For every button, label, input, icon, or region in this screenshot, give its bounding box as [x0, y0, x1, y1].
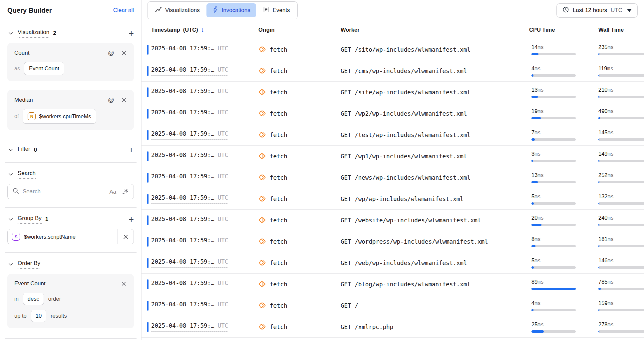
worker-header: Worker	[341, 27, 529, 33]
fetch-origin-icon	[258, 88, 266, 96]
table-row[interactable]: 2025-04-08 17:59:…UTCfetchGET /website/w…	[142, 210, 644, 231]
groupby-field-value: $workers.scriptName	[24, 234, 76, 240]
wall-cell: 119ms	[598, 65, 644, 77]
tab-events[interactable]: Events	[257, 3, 296, 17]
wall-bar	[598, 224, 644, 226]
add-visualization-button[interactable]: +	[129, 30, 134, 37]
number-type-badge: N	[28, 112, 36, 120]
wall-cell: 490ms	[598, 108, 644, 119]
table-row[interactable]: 2025-04-08 17:59:…UTCfetchGET /web/wp-in…	[142, 252, 644, 274]
table-header: Timestamp (UTC) ↓ Origin Worker CPU Time…	[142, 21, 644, 39]
table-row[interactable]: 2025-04-08 17:59:…UTCfetchGET /cms/wp-in…	[142, 60, 644, 82]
cpu-bar-fill	[531, 224, 541, 226]
main-content: Visualizations Invocations	[142, 0, 644, 340]
wall-cell: 785ms	[598, 279, 644, 290]
chevron-down-icon[interactable]	[7, 30, 14, 37]
cpu-value: 13	[531, 87, 537, 93]
close-icon[interactable]	[121, 281, 127, 287]
table-body: 2025-04-08 17:59:…UTCfetchGET /sito/wp-i…	[142, 39, 644, 338]
timestamp-value: 2025-04-08 17:59:…	[151, 280, 214, 286]
wall-bar	[598, 266, 644, 269]
wall-cell: 145ms	[598, 129, 644, 141]
add-groupby-button[interactable]: +	[129, 216, 134, 223]
origin-cell: fetch	[258, 195, 341, 203]
table-row[interactable]: 2025-04-08 17:59:…UTCfetchGET /4ms159ms	[142, 295, 644, 316]
tab-invocations[interactable]: Invocations	[206, 3, 256, 17]
table-row[interactable]: 2025-04-08 17:59:…UTCfetchGET /xmlrpc.ph…	[142, 316, 644, 338]
cpu-bar-fill	[531, 53, 538, 55]
close-icon[interactable]	[121, 97, 127, 103]
table-row[interactable]: 2025-04-08 17:59:…UTCfetchGET /news/wp-i…	[142, 167, 644, 188]
cpu-bar	[531, 181, 576, 183]
row-accent-bar	[147, 322, 149, 332]
cpu-bar-fill	[531, 138, 535, 141]
worker-cell: GET /wordpress/wp-includes/wlwmanifest.x…	[341, 238, 529, 245]
worker-cell: GET /cms/wp-includes/wlwmanifest.xml	[341, 68, 529, 74]
cpu-unit: ms	[534, 258, 541, 264]
filter-label[interactable]: Filter	[18, 146, 30, 154]
timestamp-value: 2025-04-08 17:59:…	[151, 130, 214, 137]
table-row[interactable]: 2025-04-08 17:59:…UTCfetchGET /wp1/wp-in…	[142, 146, 644, 167]
table-row[interactable]: 2025-04-08 17:59:…UTCfetchGET /wp2/wp-in…	[142, 103, 644, 124]
chevron-down-icon[interactable]	[7, 261, 14, 268]
median-field-chip[interactable]: N $workers.cpuTimeMs	[23, 109, 96, 124]
worker-cell: GET /wp1/wp-includes/wlwmanifest.xml	[341, 153, 529, 160]
origin-value: fetch	[270, 110, 287, 117]
visualization-label[interactable]: Visualization	[18, 29, 49, 38]
origin-value: fetch	[270, 196, 287, 202]
timestamp-sort-header[interactable]: Timestamp (UTC) ↓	[147, 26, 258, 34]
cpu-unit: ms	[534, 151, 541, 157]
caret-down-icon	[627, 9, 632, 12]
search-input[interactable]	[23, 188, 106, 195]
origin-cell: fetch	[258, 46, 341, 53]
regex-toggle-icon[interactable]	[122, 188, 129, 195]
groupby-field-chip[interactable]: S $workers.scriptName	[7, 229, 134, 244]
table-row[interactable]: 2025-04-08 17:59:…UTCfetchGET /test/wp-i…	[142, 124, 644, 146]
cpu-bar	[531, 224, 576, 226]
row-accent-bar	[147, 258, 149, 268]
wall-cell: 146ms	[598, 257, 644, 269]
table-row[interactable]: 2025-04-08 17:59:…UTCfetchGET /wp/wp-inc…	[142, 188, 644, 210]
timestamp-cell: 2025-04-08 17:59:…UTC	[147, 301, 258, 311]
worker-cell: GET /xmlrpc.php	[341, 324, 529, 330]
chevron-down-icon[interactable]	[7, 216, 14, 223]
cpu-cell: 5ms	[529, 257, 598, 269]
clear-all-button[interactable]: Clear all	[113, 7, 134, 14]
result-limit-input[interactable]: 10	[31, 310, 46, 322]
wall-cell: 210ms	[598, 87, 644, 98]
add-filter-button[interactable]: +	[129, 147, 134, 153]
wall-value: 145	[598, 129, 608, 135]
at-mention-icon[interactable]: @	[108, 49, 114, 57]
orderby-label[interactable]: Order By	[18, 260, 40, 269]
chevron-down-icon[interactable]	[7, 171, 14, 178]
wall-bar-fill	[598, 53, 599, 55]
cpu-unit: ms	[537, 279, 544, 285]
timestamp-timezone: UTC	[218, 88, 228, 94]
search-label[interactable]: Search	[18, 170, 36, 179]
sort-direction-select[interactable]: desc	[23, 293, 44, 305]
wall-unit: ms	[608, 87, 614, 93]
timestamp-timezone: UTC	[218, 194, 228, 201]
upto-label: up to	[14, 313, 27, 319]
groupby-label[interactable]: Group By	[18, 215, 42, 224]
table-row[interactable]: 2025-04-08 17:59:…UTCfetchGET /wordpress…	[142, 231, 644, 252]
row-accent-bar	[147, 215, 149, 225]
tab-visualizations[interactable]: Visualizations	[149, 3, 205, 17]
at-mention-icon[interactable]: @	[108, 96, 114, 104]
close-icon[interactable]	[121, 50, 127, 56]
table-row[interactable]: 2025-04-08 17:59:…UTCfetchGET /blog/wp-i…	[142, 274, 644, 295]
page-title: Query Builder	[7, 7, 52, 14]
event-count-chip[interactable]: Event Count	[24, 62, 64, 75]
match-case-toggle[interactable]: Aa	[110, 189, 116, 195]
row-accent-bar	[147, 66, 149, 76]
worker-cell: GET /web/wp-includes/wlwmanifest.xml	[341, 260, 529, 266]
cpu-value: 4	[531, 300, 534, 306]
remove-groupby-button[interactable]	[118, 229, 134, 244]
chevron-down-icon[interactable]	[7, 147, 14, 153]
table-row[interactable]: 2025-04-08 17:59:…UTCfetchGET /site/wp-i…	[142, 82, 644, 103]
wall-unit: ms	[608, 300, 614, 306]
timestamp-timezone: UTC	[218, 109, 228, 116]
table-row[interactable]: 2025-04-08 17:59:…UTCfetchGET /sito/wp-i…	[142, 39, 644, 60]
wall-unit: ms	[608, 258, 614, 264]
time-range-dropdown[interactable]: Last 12 hours UTC	[556, 3, 638, 18]
